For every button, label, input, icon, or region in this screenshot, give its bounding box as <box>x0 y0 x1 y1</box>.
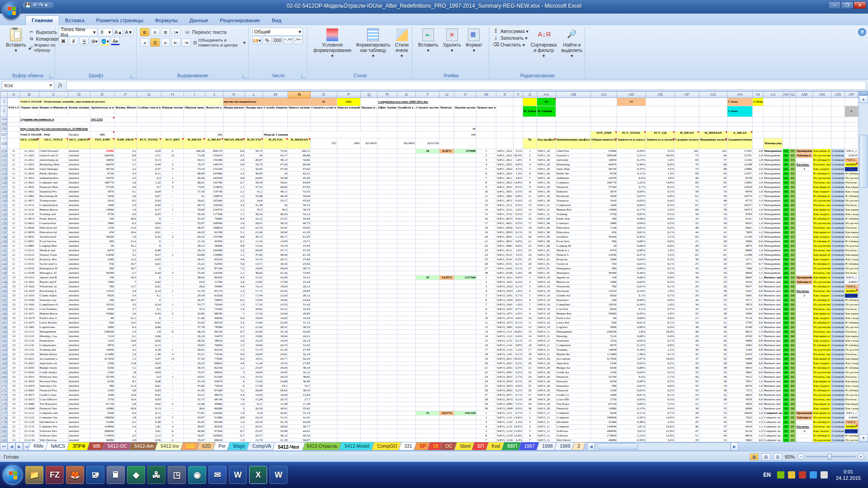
cell[interactable]: 1 <box>476 276 496 280</box>
cell[interactable]: – <box>161 199 184 203</box>
cell[interactable]: В таблице <box>845 239 859 244</box>
cell[interactable]: 0,9 <box>752 321 763 325</box>
cell[interactable] <box>397 181 415 185</box>
cell[interactable]: 40 <box>675 425 699 429</box>
cell[interactable]: В таблице 6 <box>813 298 831 303</box>
cell[interactable] <box>397 303 415 307</box>
horizontal-scrollbar[interactable]: ◀ ▶ <box>587 442 738 450</box>
cell[interactable]: 13 <box>8 352 20 357</box>
cell[interactable] <box>415 267 439 271</box>
cell[interactable]: 64 <box>783 307 789 312</box>
cell[interactable]: Как видно и <box>813 357 831 361</box>
cell[interactable]: Как следует <box>813 235 831 239</box>
cell[interactable]: Web Develop <box>39 438 68 442</box>
cell[interactable]: 65 <box>783 425 789 429</box>
cell[interactable]: 59 <box>699 194 727 199</box>
cell[interactable]: 15,94 <box>245 321 263 325</box>
cell[interactable]: Compensation <box>39 203 68 208</box>
align-bottom-button[interactable]: ≣ <box>161 28 170 36</box>
cell[interactable]: 17,93 <box>263 280 288 285</box>
cell[interactable] <box>361 416 377 420</box>
cell[interactable] <box>646 122 675 127</box>
cell[interactable]: 68330 <box>205 312 223 316</box>
cell[interactable]: 230240 <box>90 330 114 334</box>
cell[interactable]: 13-2011 <box>19 357 39 361</box>
cell[interactable]: 0,8 <box>223 235 245 239</box>
cell[interactable]: 11-2021 <box>19 163 39 167</box>
cell[interactable] <box>796 420 813 425</box>
cell[interactable]: Соотнош <box>831 357 844 361</box>
cell[interactable]: 0,0% <box>646 276 675 280</box>
cell[interactable]: SrP11_9033 <box>496 230 514 235</box>
cell[interactable]: По расчетам <box>813 303 831 307</box>
cell[interactable] <box>397 158 415 163</box>
cell[interactable]: SrP13_2071 <box>496 393 514 398</box>
cell[interactable] <box>397 325 415 330</box>
cell[interactable]: 5,4% <box>646 271 675 276</box>
cell[interactable]: 13 <box>523 203 537 208</box>
cell[interactable] <box>361 285 377 289</box>
cell[interactable]: 56 <box>675 212 699 217</box>
cell[interactable]: Tax Preparers <box>39 402 68 407</box>
cell[interactable] <box>415 325 439 330</box>
cell[interactable]: 0,3% <box>617 176 646 181</box>
cell[interactable]: 1940 <box>90 203 114 208</box>
cell[interactable]: 3,1 <box>223 389 245 393</box>
cell[interactable]: 64 <box>783 321 789 325</box>
cell[interactable]: 2,2 <box>223 249 245 253</box>
cell[interactable]: 1,2 <box>752 267 763 271</box>
cell[interactable]: 11 <box>523 194 537 199</box>
cell[interactable]: detailed <box>68 438 90 442</box>
cell[interactable]: 28 <box>675 339 699 343</box>
cell[interactable] <box>361 172 377 176</box>
cell[interactable]: Management <box>763 149 783 154</box>
column-header-F[interactable]: F <box>114 92 137 98</box>
cell[interactable]: detailed <box>68 361 90 366</box>
cell[interactable]: 5110 <box>591 334 617 339</box>
cell[interactable] <box>439 425 454 429</box>
cell[interactable]: 0,01% <box>617 262 646 267</box>
cell[interactable]: 6 <box>523 434 537 438</box>
cell[interactable]: 48,92 <box>263 185 288 190</box>
cell[interactable]: 5,5 <box>114 158 137 163</box>
cell[interactable]: 119730 <box>205 190 223 194</box>
cell[interactable]: 1,4 <box>752 434 763 438</box>
cell[interactable]: 0,02% <box>617 280 646 285</box>
cell[interactable]: 45 <box>699 429 727 434</box>
cell[interactable]: 29,85 <box>288 312 311 316</box>
cell[interactable]: – <box>161 407 184 411</box>
cell[interactable] <box>361 407 377 411</box>
cell[interactable] <box>845 98 858 106</box>
cell[interactable]: SrP11_90 <box>537 230 556 235</box>
cell[interactable]: 43,91 <box>184 375 205 380</box>
cell[interactable]: Соотнош <box>831 249 844 253</box>
cell[interactable]: 3 <box>161 434 184 438</box>
cell[interactable]: Соотнош <box>831 267 844 271</box>
cell[interactable] <box>311 149 337 154</box>
cell[interactable]: 101 <box>675 149 699 154</box>
cell[interactable]: 9,1% <box>513 352 523 357</box>
cell[interactable]: 25 <box>523 384 537 389</box>
cell[interactable]: 15 <box>8 434 20 438</box>
cell[interactable] <box>415 429 439 434</box>
cell[interactable]: 4,3 <box>114 172 137 176</box>
cell[interactable]: 44 <box>675 416 699 420</box>
cell[interactable]: Management <box>763 258 783 262</box>
cell[interactable] <box>337 389 361 393</box>
cell[interactable]: 41,01 <box>288 416 311 420</box>
cell[interactable]: 11 <box>8 253 20 258</box>
cell[interactable] <box>137 117 161 122</box>
cell[interactable]: 3,4% <box>646 438 675 442</box>
cell[interactable]: 21 <box>476 239 496 244</box>
cell[interactable] <box>361 117 377 122</box>
cell[interactable]: 11 <box>476 321 496 325</box>
cell[interactable]: 42,02 <box>288 330 311 334</box>
cell[interactable]: 11-3111 <box>19 203 39 208</box>
cell[interactable]: 9240 <box>591 411 617 416</box>
cell[interactable]: 9,4 <box>223 316 245 321</box>
cell[interactable]: Informati <box>556 420 591 425</box>
cell[interactable]: 8772 <box>727 199 753 203</box>
cell[interactable]: 51790 <box>205 280 223 285</box>
cell[interactable]: 25 <box>675 280 699 285</box>
row-header-170[interactable]: 170 <box>0 380 8 384</box>
